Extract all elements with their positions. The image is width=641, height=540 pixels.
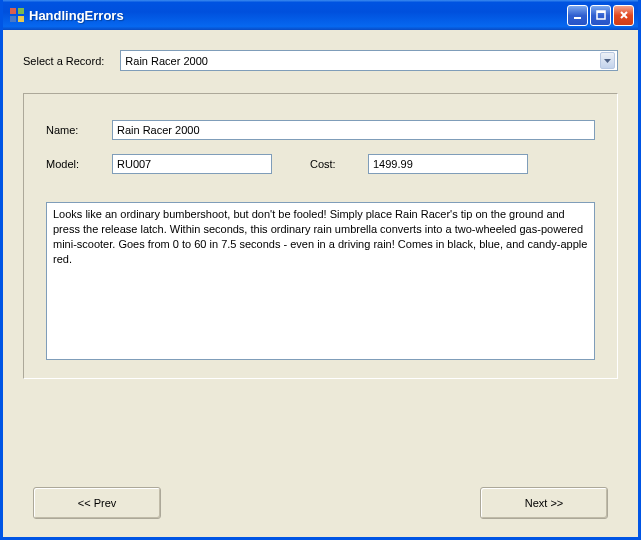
- model-label: Model:: [46, 158, 102, 170]
- spacer: [23, 379, 618, 473]
- svg-rect-3: [18, 16, 24, 22]
- chevron-down-icon: [600, 52, 615, 69]
- cost-label: Cost:: [310, 158, 358, 170]
- details-panel: Name: Model: Cost:: [23, 93, 618, 379]
- prev-button[interactable]: << Prev: [33, 487, 161, 519]
- close-button[interactable]: [613, 5, 634, 26]
- svg-rect-2: [10, 16, 16, 22]
- model-input[interactable]: [112, 154, 272, 174]
- name-input[interactable]: [112, 120, 595, 140]
- window-title: HandlingErrors: [29, 8, 567, 23]
- titlebar-buttons: [567, 5, 634, 26]
- svg-rect-6: [597, 11, 605, 13]
- record-combobox[interactable]: Rain Racer 2000: [120, 50, 618, 71]
- window-frame: HandlingErrors Select a Record: Rain Rac…: [0, 0, 641, 540]
- model-cost-row: Model: Cost:: [46, 154, 595, 174]
- svg-rect-1: [18, 8, 24, 14]
- svg-rect-4: [574, 17, 581, 19]
- svg-rect-0: [10, 8, 16, 14]
- record-selector-row: Select a Record: Rain Racer 2000: [23, 50, 618, 71]
- select-record-label: Select a Record:: [23, 55, 104, 67]
- titlebar: HandlingErrors: [3, 0, 638, 30]
- description-textarea[interactable]: [46, 202, 595, 360]
- record-combobox-value: Rain Racer 2000: [125, 55, 600, 67]
- next-button[interactable]: Next >>: [480, 487, 608, 519]
- name-label: Name:: [46, 124, 102, 136]
- app-icon: [9, 7, 25, 23]
- client-area: Select a Record: Rain Racer 2000 Name: M…: [3, 30, 638, 537]
- minimize-button[interactable]: [567, 5, 588, 26]
- nav-button-row: << Prev Next >>: [23, 487, 618, 519]
- cost-input[interactable]: [368, 154, 528, 174]
- name-row: Name:: [46, 120, 595, 140]
- maximize-button[interactable]: [590, 5, 611, 26]
